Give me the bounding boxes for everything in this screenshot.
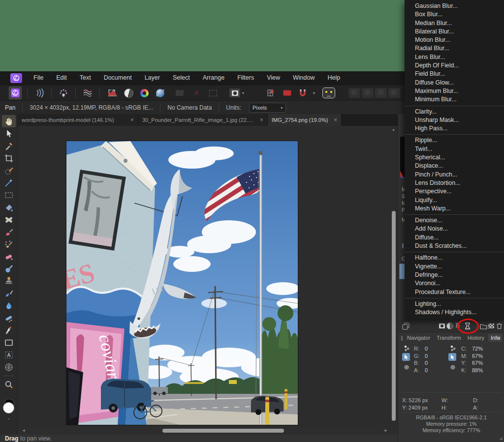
horizontal-scroll-thumb[interactable] [162,429,284,433]
filters-menu-item[interactable]: Bilateral Blur... [405,28,504,36]
flood-fill-tool[interactable] [2,201,16,213]
tab-close-icon[interactable]: × [332,117,341,123]
menubar-item[interactable]: Window [286,71,321,85]
filters-menu-item[interactable]: Add Noise... [405,225,504,233]
document-tab[interactable]: 30_Pounder_Parrott_Rifle_image_1.jpg (22… [138,114,268,126]
document-tab[interactable]: wordpress-thumbprint-model (146.1%) × [18,114,138,126]
filters-menu-item[interactable]: Ripple... [405,136,504,145]
snapping-magnet-icon[interactable] [296,87,309,99]
filters-menu-item[interactable]: Clarity... [405,108,504,116]
menubar-item[interactable]: Layer [138,71,166,85]
selection-brush-tool[interactable] [2,164,16,177]
filters-menu-item[interactable]: Pinch / Punch... [405,171,504,179]
filters-menu-item[interactable]: Displace... [405,162,504,170]
develop-persona-button[interactable] [33,87,46,99]
menubar-item[interactable]: Help [321,71,347,85]
stroke-swatch-icon[interactable] [281,87,293,99]
quick-mask-chevron-icon[interactable]: ▾ [242,91,244,95]
resize-grip-icon[interactable]: ◢ [499,436,503,441]
tab-close-icon[interactable]: × [128,117,138,123]
selection-subtract-icon[interactable]: ✕ [190,87,203,99]
color-replacement-brush-tool[interactable] [2,238,16,250]
units-dropdown[interactable]: Pixels ▾ [249,103,286,113]
scroll-up-icon[interactable]: ▲ [392,128,395,131]
pen-tool[interactable] [2,324,16,336]
erase-brush-tool[interactable] [2,250,16,263]
filters-menu-item[interactable]: Shadows / Highlights... [405,308,504,317]
quick-mask-button[interactable] [229,88,240,97]
filters-menu-item[interactable]: Diffuse... [405,234,504,242]
filters-menu-item[interactable]: Vignette... [405,263,504,271]
panel-menu-icon[interactable]: ≡ [497,334,501,342]
filters-menu-item[interactable]: Motion Blur... [405,36,504,44]
menubar-item[interactable]: Select [166,71,196,85]
filters-menu-item[interactable]: Field Blur... [405,70,504,78]
adjustment-sphere-icon[interactable] [154,87,166,99]
delete-layer-icon[interactable] [495,322,504,330]
panel-tab[interactable]: Transform [434,334,464,342]
color-wheel-icon[interactable] [138,87,151,99]
clone-stamp-tool[interactable] [2,275,16,287]
histogram-icon[interactable] [106,87,119,99]
view-pan-tool[interactable] [2,115,16,127]
zoom-tool[interactable] [2,379,16,391]
blur-tool[interactable] [2,299,16,312]
flood-select-tool[interactable] [2,177,16,189]
color-picker-tool[interactable] [2,140,16,152]
menubar-item[interactable]: File [27,71,50,85]
photo-persona-button[interactable] [9,87,22,99]
document-tab[interactable]: IMG_2754.png (19.0%) × [268,114,342,126]
filters-menu-item[interactable]: Lighting... [405,300,504,308]
menubar-item[interactable]: Filters [231,71,260,85]
dodge-burn-tool[interactable] [2,213,16,226]
rectangle-tool[interactable] [2,336,16,349]
menubar-item[interactable]: Document [97,71,138,85]
swap-colors-icon[interactable]: ⌄ [7,415,11,420]
filters-menu-item[interactable]: High Pass... [405,124,504,133]
paint-brush-tool[interactable] [2,226,16,238]
crop-tool[interactable] [2,152,16,164]
filters-menu-item[interactable]: Spherical... [405,153,504,162]
filters-menu-item[interactable]: Twirl... [405,145,504,153]
filters-menu-item[interactable]: Median Blur... [405,19,504,28]
horizontal-scrollbar[interactable]: ◄ ► [18,427,398,435]
panel-tab[interactable]: History [465,334,487,342]
filters-menu-item[interactable]: Denoise... [405,216,504,225]
filters-menu-item[interactable]: Lens Blur... [405,53,504,61]
filters-menu-item[interactable]: Gaussian Blur... [405,2,504,10]
photo-img-2754[interactable]: ES covian [66,141,298,425]
liquify-persona-button[interactable] [81,87,94,99]
filters-menu-item[interactable]: Depth Of Field... [405,61,504,70]
filters-menu-item[interactable]: Perspective... [405,187,504,196]
filters-menu-item[interactable]: Box Blur... [405,10,504,19]
panel-handle[interactable]: ∥ [402,243,404,248]
filters-menu-item[interactable]: Minimum Blur... [405,95,504,104]
smudge-tool[interactable] [2,287,16,299]
panel-tab[interactable]: Navigator [405,334,433,342]
scroll-right-icon[interactable]: ► [384,428,388,433]
selection-intersect-icon[interactable] [207,87,220,99]
menubar-item[interactable]: Arrange [196,71,231,85]
vertical-scroll-thumb[interactable] [392,211,396,421]
marquee-tool[interactable] [2,189,16,201]
snapping-chevron-icon[interactable]: ▾ [313,91,315,95]
document-canvas[interactable]: ES covian [18,126,398,427]
text-tool[interactable]: A [2,349,16,361]
filters-menu-item[interactable]: Dust & Scratches... [405,242,504,250]
guides-icon[interactable] [265,87,278,99]
filters-menu-item[interactable]: Radial Blur... [405,44,504,53]
vertical-scrollbar[interactable]: ▲ [391,127,396,426]
layers-stack-icon[interactable] [401,322,410,330]
menubar-item[interactable]: Edit [50,71,73,85]
filters-menu-item[interactable]: Procedural Texture... [405,288,504,296]
mesh-warp-tool[interactable] [2,361,16,373]
filters-menu-item[interactable]: Liquify... [405,196,504,205]
assistant-icon[interactable] [322,88,335,98]
filters-menu-item[interactable]: Lens Distortion... [405,179,504,187]
filters-menu-item[interactable]: Voronoi... [405,279,504,288]
scroll-left-icon[interactable]: ◄ [22,428,26,433]
healing-brush-tool[interactable] [2,312,16,324]
filters-menu-item[interactable]: Defringe... [405,271,504,279]
filters-menu-item[interactable]: Halftone... [405,254,504,262]
contrast-icon[interactable] [122,87,135,99]
